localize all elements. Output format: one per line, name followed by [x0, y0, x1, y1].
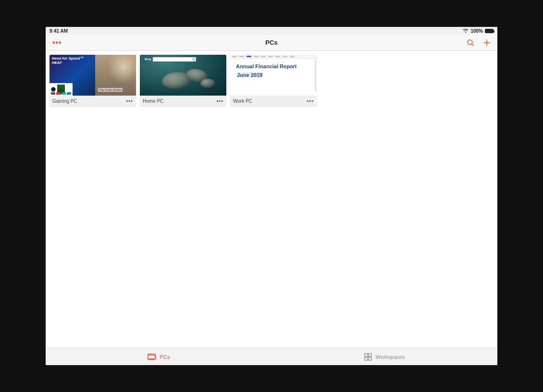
svg-line-1 [472, 44, 474, 46]
search-icon [153, 57, 196, 61]
pc-thumbnail: Need for Speed™ HEAT The Outer Worlds [49, 55, 136, 96]
tab-label: PCs [160, 354, 170, 360]
tab-label: Workspaces [376, 354, 405, 360]
app-window: 9:41 AM 100% ••• PCs [46, 27, 497, 365]
search-button[interactable] [467, 39, 474, 47]
battery-icon [485, 29, 494, 33]
status-bar: 9:41 AM 100% [46, 27, 497, 35]
add-button[interactable] [483, 39, 491, 47]
pc-card[interactable]: Annual Financial Report June 2019 Work P… [230, 55, 317, 106]
card-more-button[interactable]: ••• [126, 98, 133, 104]
pc-label: Gaming PC [52, 98, 126, 104]
card-more-button[interactable]: ••• [307, 98, 314, 104]
page-title: PCs [46, 39, 497, 46]
svg-rect-6 [369, 354, 371, 356]
pc-label: Work PC [233, 98, 307, 104]
preview-text: Need for Speed™ HEAT [52, 57, 93, 65]
workspaces-icon [364, 353, 372, 361]
preview-text: Annual Financial Report [236, 63, 311, 70]
pc-card[interactable]: Bing Home PC ••• [140, 55, 226, 106]
svg-rect-8 [369, 357, 371, 360]
more-button[interactable]: ••• [52, 39, 62, 47]
tab-workspaces[interactable]: Workspaces [272, 348, 497, 365]
pc-thumbnail: Bing [140, 55, 226, 96]
tab-pcs[interactable]: PCs [46, 348, 272, 365]
preview-text: June 2019 [236, 72, 263, 78]
nav-bar: ••• PCs [46, 35, 497, 51]
monitor-icon [148, 354, 156, 360]
pc-thumbnail: Annual Financial Report June 2019 [230, 55, 317, 96]
svg-point-0 [468, 40, 472, 45]
svg-rect-7 [365, 357, 368, 360]
preview-text: Bing [145, 58, 151, 61]
pc-card[interactable]: Need for Speed™ HEAT The Outer Worlds Ga… [49, 55, 136, 106]
battery-percent: 100% [470, 28, 483, 34]
tab-bar: PCs Workspaces [46, 348, 497, 365]
status-time: 9:41 AM [49, 28, 68, 34]
wifi-icon [463, 29, 469, 33]
card-more-button[interactable]: ••• [216, 98, 223, 104]
pc-label: Home PC [143, 98, 216, 104]
preview-text: The Outer Worlds [98, 88, 123, 92]
svg-rect-5 [365, 354, 368, 356]
pc-grid: Need for Speed™ HEAT The Outer Worlds Ga… [46, 51, 497, 348]
